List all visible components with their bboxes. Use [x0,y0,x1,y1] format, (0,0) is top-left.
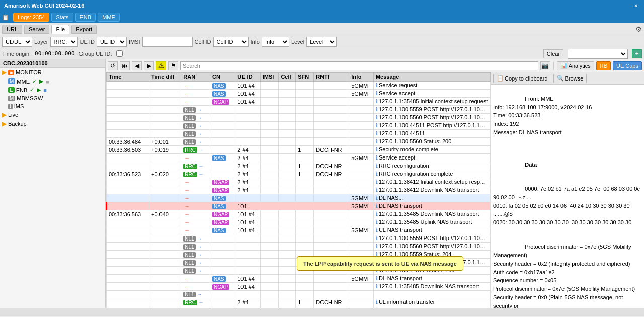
cell-cell [279,178,296,186]
table-row[interactable]: ← NAS 101 #4 5GMM ℹService accept [107,90,491,98]
cell-timediff [149,259,181,267]
table-row[interactable]: RRC→ 2 #4 1 DCCH-NR ℹUL information tran… [107,298,491,306]
sidebar-item-mme[interactable]: M MME ✓ ▶ ■ [6,77,105,86]
right-panel-content[interactable]: From: MME Info: 192.168.100.17:9000, v20… [491,85,644,308]
settings-icon[interactable]: ⚙ [635,25,642,33]
table-row[interactable]: 00:33:36.563 +0.040 ← NGAP 101 #4 ℹ127.0… [107,210,491,218]
col-timediff[interactable]: Time diff [149,73,181,82]
sidebar-item-backup[interactable]: ▶ Backup [0,119,105,128]
sidebar-item-enb[interactable]: E ENB ✓ ▶ ■ [6,86,105,94]
flag-button[interactable]: ⚑ [168,61,178,70]
ul-dl-select[interactable]: UL/DLULDL [2,37,32,47]
cell-info [349,178,374,186]
table-row[interactable]: ← NAS 2 #4 5GMM ℹService accept [107,154,491,162]
table-row[interactable]: ← NAS 101 #4 5GMM ℹUL NAS transport [107,226,491,234]
cell-ueid [235,130,260,138]
cell-id-select[interactable]: Cell ID [213,37,249,47]
url-tab[interactable]: URL [2,25,22,34]
col-ran[interactable]: RAN [181,73,210,82]
table-row[interactable]: ← NGAP 2 #4 ℹ127.0.1.1:38412 Downlink NA… [107,186,491,194]
warning-button[interactable]: ⚠ [156,61,166,70]
table-row[interactable]: NL1→ ℹ127.0.1.100:5559 POST http://127.0… [107,234,491,243]
table-row[interactable]: ← NAS 101 #4 5GMM ℹDL NAS transport [107,275,491,283]
clear-select[interactable] [568,49,628,59]
col-info[interactable]: Info [349,73,374,82]
mme-status3-icon: ■ [46,78,49,85]
level-select[interactable]: Level [306,37,337,47]
protocol-info: Protocol discriminator = 0x7e (5GS Mobil… [493,244,639,308]
mme-button[interactable]: MME [98,13,120,22]
rb-button[interactable]: RB [596,61,611,70]
col-imsi[interactable]: IMSI [260,73,279,82]
cell-cn: NAS [210,154,235,162]
browse-button[interactable]: 🔍 Browse [553,74,587,83]
table-row[interactable]: ← NAS ℹUL NAS transport [107,306,491,308]
ue-caps-button[interactable]: UE Caps [613,61,642,70]
logs-button[interactable]: Logs: 2354 [13,13,49,22]
col-ueid[interactable]: UE ID [235,73,260,82]
group-ue-checkbox[interactable] [116,50,123,57]
layer-select[interactable]: RRC:NASNGAP [50,37,78,47]
cell-info: 5GMM [349,90,374,98]
cell-ueid: 2 #4 [235,298,260,306]
refresh-button[interactable]: ↺ [108,61,118,70]
camera-button[interactable]: 📷 [540,61,550,70]
cell-message: ℹRRC reconfiguration complete [373,170,490,178]
table-row[interactable]: NL1→ ℹ127.0.1.100:5559 POST http://127.0… [107,106,491,114]
col-time[interactable]: Time [107,73,149,82]
add-button[interactable]: + [632,49,642,58]
sidebar-item-mbmsgw[interactable]: M MBMSGW [6,94,105,102]
table-row[interactable]: 00:33:36.503 +0.019 RRC→ 2 #4 1 DCCH-NR … [107,146,491,154]
cell-message: ℹDL NAS transport [373,275,490,283]
message-table-container[interactable]: Time Time diff RAN CN UE ID IMSI Cell SF… [106,72,491,308]
table-row[interactable]: ← NAS 5GMM ℹDL NAS... [107,194,491,202]
server-tab[interactable]: Server [24,25,49,34]
col-cell[interactable]: Cell [279,73,296,82]
table-row[interactable]: ← NGAP 101 #4 ℹ127.0.1.1:35485 Initial c… [107,98,491,106]
nav-start-button[interactable]: ⏮ [120,61,130,70]
table-row[interactable]: 00:33:36.484 +0.001 NL1→ ℹ127.0.1.100:55… [107,138,491,146]
col-message[interactable]: Message [373,73,490,82]
cell-imsi [260,298,279,306]
stats-button[interactable]: Stats [51,13,73,22]
file-tab[interactable]: File [51,25,69,34]
close-button[interactable]: × [632,2,640,10]
table-row[interactable]: ← NGAP 2 #4 ℹ127.0.1.1:38412 Initial con… [107,178,491,186]
table-row[interactable]: ← NGAP 101 #4 ℹ127.0.1.1:35485 Downlink … [107,283,491,291]
table-row[interactable]: NL1→ ℹ127.0.1.100:5560 POST http://127.0… [107,114,491,122]
cell-cell [279,251,296,259]
nav-prev-button[interactable]: ◀ [132,61,142,70]
cell-ran: ← [181,186,210,194]
enb-button[interactable]: ENB [75,13,96,22]
sidebar-item-ims[interactable]: I IMS [6,102,105,110]
imsi-input[interactable] [142,37,193,47]
cell-imsi [260,194,279,202]
cell-cn [210,146,235,154]
table-row[interactable]: NL1→ ℹ127.0.1.100 44511 POST http://127.… [107,122,491,130]
table-row[interactable]: ← NGAP 101 #4 ℹ127.0.1.1:35485 Uplink NA… [107,218,491,226]
nav-next-button[interactable]: ▶ [144,61,154,70]
col-cn[interactable]: CN [210,73,235,82]
table-row[interactable]: NL1→ ℹ127.0.1.100 44511 [107,130,491,138]
cell-imsi [260,243,279,251]
cell-time: 00:33:36.484 [107,138,149,146]
col-sfn[interactable]: SFN [296,73,314,82]
clear-button[interactable]: Clear [543,49,564,58]
analytics-button[interactable]: 📊 Analytics [557,61,594,70]
cell-cell [279,306,296,308]
table-row[interactable]: ← NAS 101 #4 5GMM ℹService request [107,82,491,90]
table-row[interactable]: NL1→ ℹ127.0.1.100:5560 POST http://127.0… [107,243,491,251]
ue-id-select[interactable]: UE ID [97,37,127,47]
col-rnti[interactable]: RNTI [314,73,349,82]
table-row[interactable]: 00:33:36.523 +0.020 RRC→ 2 #4 1 DCCH-NR … [107,170,491,178]
info-select[interactable]: Info [262,37,289,47]
sidebar-item-live[interactable]: ▶ Live [0,110,105,119]
table-row[interactable]: ← NAS 101 5GMM ℹDL NAS transport [107,202,491,210]
table-row[interactable]: NL1→ [107,291,491,298]
sidebar-item-monitor[interactable]: ▶ ■ MONITOR [0,68,105,77]
cell-ueid [235,194,260,202]
table-row[interactable]: RRC→ 2 #4 1 DCCH-NR ℹRRC reconfiguration [107,162,491,170]
export-tab[interactable]: Export [71,25,97,34]
search-input[interactable] [180,61,538,70]
copy-button[interactable]: 📋 Copy to clipboard [493,74,551,83]
